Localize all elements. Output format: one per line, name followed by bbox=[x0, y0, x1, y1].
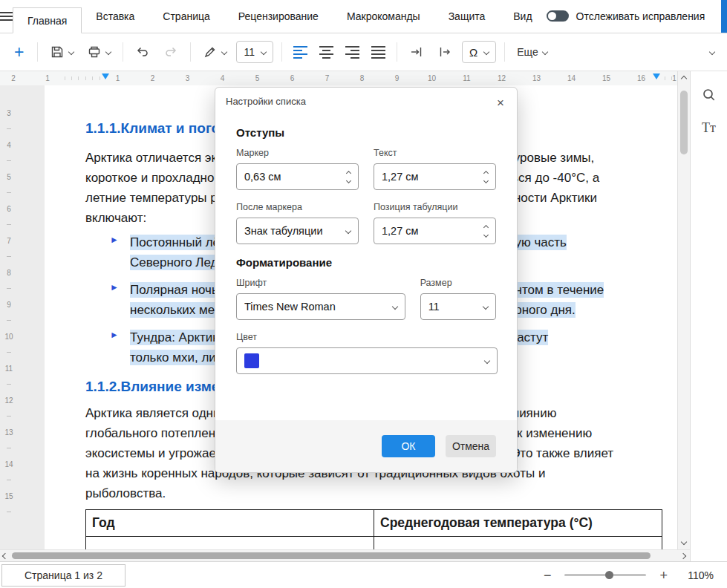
align-left-button[interactable] bbox=[290, 42, 310, 62]
horizontal-ruler: 21 12345678910111213141516 1 bbox=[0, 71, 677, 85]
zoom-in-button[interactable]: + bbox=[659, 569, 668, 582]
track-changes-label: Отслеживать исправления bbox=[576, 10, 705, 22]
zoom-out-button[interactable]: − bbox=[544, 569, 552, 582]
tab-vstavka[interactable]: Вставка bbox=[82, 0, 149, 33]
tab-retsenzirovanie[interactable]: Рецензирование bbox=[224, 0, 333, 33]
tab-zashchita[interactable]: Защита bbox=[434, 0, 500, 33]
field-marker: Маркер 0,63 см bbox=[236, 148, 359, 190]
marker-input[interactable]: 0,63 см bbox=[236, 163, 359, 190]
spinner-buttons[interactable] bbox=[480, 172, 488, 183]
ruler-number: 4 bbox=[205, 71, 240, 85]
field-size: Размер 11 bbox=[420, 278, 496, 320]
color-select[interactable] bbox=[236, 347, 498, 374]
add-button[interactable]: + bbox=[9, 44, 29, 61]
indent-marker[interactable] bbox=[102, 74, 109, 79]
dialog-header: Настройки списка bbox=[215, 88, 517, 110]
symbol-combo[interactable]: Ω bbox=[462, 41, 496, 63]
field-row: Маркер 0,63 см Текст 1,27 см bbox=[236, 148, 496, 190]
align-left-icon bbox=[293, 53, 307, 55]
font-size-combo[interactable]: 11 bbox=[236, 41, 273, 63]
spin-down-icon[interactable] bbox=[346, 177, 351, 183]
horizontal-scroll-thumb[interactable] bbox=[12, 552, 651, 559]
align-right-button[interactable] bbox=[342, 42, 362, 62]
right-margin-marker[interactable] bbox=[653, 74, 660, 79]
tab-vid[interactable]: Вид bbox=[499, 0, 546, 33]
scroll-up-arrow[interactable] bbox=[681, 76, 687, 82]
page-indicator[interactable]: Страница 1 из 2 bbox=[1, 564, 125, 587]
ruler-number: 12 bbox=[0, 385, 18, 416]
ruler-number: 6 bbox=[0, 193, 18, 225]
align-center-icon bbox=[319, 46, 333, 48]
align-right-icon bbox=[351, 57, 359, 59]
tab-stranitsa[interactable]: Страница bbox=[149, 0, 224, 33]
hamburger-menu-button[interactable] bbox=[0, 0, 13, 33]
marker-value: 0,63 см bbox=[244, 171, 342, 183]
scroll-left-arrow[interactable] bbox=[2, 553, 8, 559]
spin-down-icon[interactable] bbox=[483, 177, 489, 183]
table-header-cell: Год bbox=[86, 510, 374, 537]
marker-label: Маркер bbox=[236, 148, 359, 158]
scroll-down-arrow[interactable] bbox=[681, 539, 687, 545]
format-painter-icon bbox=[203, 45, 218, 59]
tab-position-label: Позиция табуляции bbox=[374, 202, 496, 212]
font-select[interactable]: Times New Roman bbox=[236, 293, 405, 320]
align-center-icon bbox=[319, 53, 333, 55]
after-marker-select[interactable]: Знак табуляции bbox=[236, 218, 359, 244]
cancel-button[interactable]: Отмена bbox=[446, 435, 496, 457]
save-icon bbox=[50, 45, 65, 59]
scroll-right-arrow[interactable] bbox=[680, 553, 686, 559]
vertical-scroll-thumb[interactable] bbox=[680, 91, 688, 154]
ruler-number: 9 bbox=[0, 289, 18, 321]
tab-makrokomandy[interactable]: Макрокоманды bbox=[333, 0, 434, 33]
ruler-number: 13 bbox=[0, 416, 18, 448]
search-icon[interactable] bbox=[702, 88, 717, 102]
undo-button[interactable] bbox=[131, 42, 154, 62]
tab-position-input[interactable]: 1,27 см bbox=[374, 218, 496, 244]
field-color: Цвет bbox=[236, 332, 498, 374]
more-button[interactable]: Еще bbox=[513, 43, 551, 61]
spin-down-icon[interactable] bbox=[483, 232, 489, 237]
align-justify-icon bbox=[371, 50, 385, 51]
align-justify-icon bbox=[371, 57, 385, 59]
horizontal-scrollbar[interactable] bbox=[0, 549, 690, 561]
vertical-ruler: 3456789101112131415 bbox=[0, 97, 18, 512]
ok-button[interactable]: ОК bbox=[382, 435, 435, 457]
spin-up-icon[interactable] bbox=[483, 224, 489, 229]
tab-glavnaya[interactable]: Главная bbox=[13, 7, 82, 33]
chevron-down-icon bbox=[483, 304, 489, 310]
track-changes-toggle[interactable] bbox=[547, 10, 569, 22]
dialog-title: Настройки списка bbox=[226, 96, 306, 107]
font-value: Times New Roman bbox=[244, 301, 393, 313]
collapse-panel-button[interactable] bbox=[721, 0, 727, 33]
field-row: После маркера Знак табуляции Позиция таб… bbox=[236, 202, 496, 244]
chevron-down-icon bbox=[709, 49, 715, 55]
spinner-buttons[interactable] bbox=[342, 172, 351, 183]
zoom-slider[interactable] bbox=[564, 574, 646, 576]
redo-button[interactable] bbox=[160, 42, 182, 62]
text-settings-icon[interactable]: Тт bbox=[702, 120, 716, 136]
spinner-buttons[interactable] bbox=[480, 226, 488, 237]
size-select[interactable]: 11 bbox=[420, 293, 496, 320]
zoom-slider-knob[interactable] bbox=[605, 571, 613, 579]
chevron-down-icon bbox=[105, 49, 111, 55]
spin-up-icon[interactable] bbox=[483, 170, 489, 175]
indent-increase-button[interactable] bbox=[434, 42, 456, 62]
format-painter-button[interactable] bbox=[199, 42, 230, 62]
text-input[interactable]: 1,27 см bbox=[374, 163, 496, 190]
vertical-scrollbar[interactable] bbox=[677, 71, 690, 549]
print-button[interactable] bbox=[83, 42, 114, 62]
ruler-number: 15 bbox=[0, 480, 18, 512]
spin-up-icon[interactable] bbox=[346, 170, 351, 175]
toolbar-overflow-button[interactable] bbox=[706, 47, 718, 57]
indent-decrease-button[interactable] bbox=[405, 42, 428, 62]
ruler-tick bbox=[7, 512, 11, 512]
close-icon[interactable] bbox=[493, 96, 508, 110]
size-value: 11 bbox=[428, 301, 483, 313]
field-tab-position: Позиция табуляции 1,27 см bbox=[374, 202, 496, 244]
align-justify-button[interactable] bbox=[368, 42, 388, 62]
separator bbox=[504, 42, 505, 62]
ruler-number: 5 bbox=[240, 71, 275, 85]
hamburger-icon bbox=[0, 16, 13, 17]
save-button[interactable] bbox=[46, 42, 77, 62]
align-center-button[interactable] bbox=[316, 42, 336, 62]
